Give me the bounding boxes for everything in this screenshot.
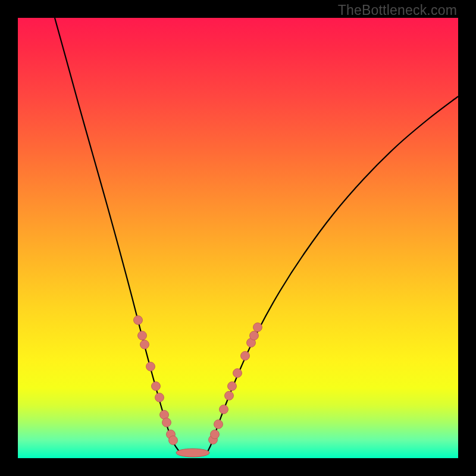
curve-marker <box>220 405 228 414</box>
plot-area <box>18 18 458 458</box>
chart-frame: TheBottleneck.com <box>0 0 476 476</box>
curve-marker <box>211 430 220 439</box>
curve-marker <box>152 382 161 391</box>
curve-marker <box>134 316 143 325</box>
curve-bottom-joint <box>176 449 209 457</box>
curve-right-markers <box>209 323 262 444</box>
curve-marker <box>146 362 155 371</box>
curve-left-segment <box>55 18 207 453</box>
curve-marker <box>138 331 147 340</box>
curve-marker <box>155 393 164 402</box>
curve-marker <box>169 436 178 445</box>
curve-marker <box>253 323 262 332</box>
curve-left-markers <box>134 316 178 445</box>
curve-marker <box>241 352 250 361</box>
bottleneck-curve <box>18 18 458 458</box>
curve-marker <box>214 420 223 429</box>
curve-marker <box>162 418 171 427</box>
curve-right-segment <box>206 96 458 453</box>
curve-marker <box>228 382 237 391</box>
watermark-label: TheBottleneck.com <box>338 2 457 18</box>
curve-marker <box>140 340 149 349</box>
curve-marker <box>233 369 242 378</box>
curve-marker <box>250 331 259 340</box>
curve-marker <box>225 392 234 400</box>
